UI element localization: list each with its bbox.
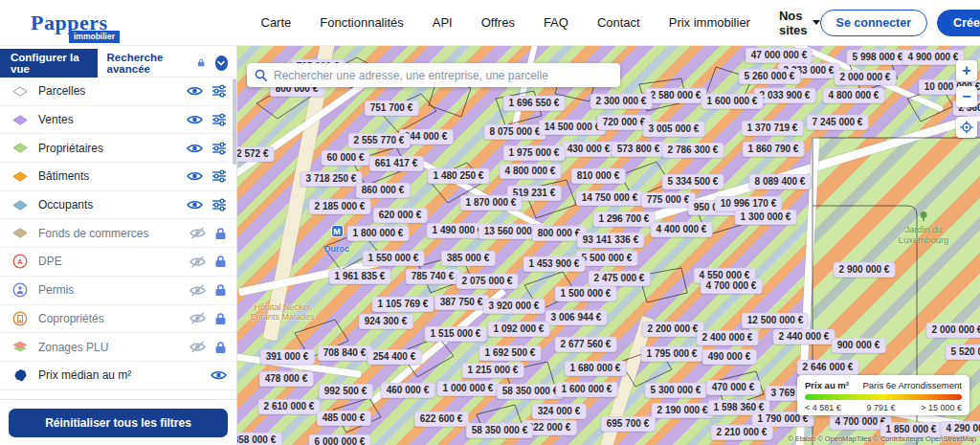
price-label[interactable]: 58 350 000 € (466, 423, 533, 438)
login-button[interactable]: Se connecter (820, 10, 928, 36)
price-label[interactable]: 2 475 000 € (589, 271, 651, 286)
price-label[interactable]: 58 350 000 € (497, 384, 564, 399)
toggle-visibility-button[interactable] (189, 256, 206, 268)
price-label[interactable]: 324 000 € (532, 404, 587, 419)
collapse-sidebar-button[interactable] (215, 56, 228, 71)
price-label[interactable]: 1 092 000 € (488, 322, 550, 337)
layer-filters-button[interactable] (212, 142, 227, 155)
price-label[interactable]: 4 400 000 € (651, 222, 713, 237)
layer-row[interactable]: Copropriétés (0, 305, 236, 334)
map-canvas[interactable]: M Duroc Hôpital Necker Enfants Malades J… (237, 46, 980, 445)
price-label[interactable]: 751 700 € (365, 100, 419, 116)
price-label[interactable]: 1 296 700 € (593, 211, 656, 227)
price-label[interactable]: 60 000 € (322, 150, 370, 166)
layer-filters-button[interactable] (212, 169, 227, 183)
price-label[interactable]: 1 105 769 € (372, 297, 434, 312)
price-label[interactable]: 2 677 560 € (555, 337, 617, 352)
price-label[interactable]: 6 000 000 € (309, 434, 371, 445)
price-label[interactable]: 485 000 € (317, 411, 371, 426)
price-label[interactable]: 1 600 000 € (702, 94, 764, 109)
price-label[interactable]: 470 000 € (706, 380, 761, 395)
price-label[interactable]: 4 900 000 € (902, 50, 965, 65)
price-label[interactable]: 14 500 000 € (539, 120, 606, 135)
toggle-visibility-button[interactable] (187, 199, 203, 211)
price-label[interactable]: 1 000 000 € (437, 381, 500, 396)
price-label[interactable]: 14 750 000 € (576, 190, 643, 206)
reset-filters-button[interactable]: Réinitialiser tous les filtres (9, 409, 228, 437)
pappers-logo[interactable]: Pappers immobilier (31, 11, 108, 35)
price-label[interactable]: 93 141 336 € (577, 233, 644, 248)
toggle-visibility-button[interactable] (189, 341, 206, 353)
price-label[interactable]: 1 480 250 € (428, 168, 490, 184)
price-label[interactable]: 47 000 000 € (746, 48, 813, 63)
price-label[interactable]: 5 334 500 € (662, 174, 724, 189)
price-label[interactable]: 4 800 000 € (823, 88, 885, 103)
price-label[interactable]: 254 400 € (368, 349, 422, 365)
price-label[interactable]: 387 750 € (434, 295, 489, 310)
price-label[interactable]: 2 900 000 € (834, 262, 896, 278)
price-label[interactable]: 4 800 000 € (500, 164, 562, 179)
price-label[interactable]: 1 215 000 € (462, 363, 524, 378)
price-label[interactable]: 478 000 € (259, 371, 314, 387)
nav-link[interactable]: API (433, 15, 453, 30)
layer-row[interactable]: Fonds de commerces (0, 219, 236, 248)
price-label[interactable]: 2 075 000 € (457, 274, 519, 289)
locked-feature-button[interactable] (214, 255, 227, 268)
price-label[interactable]: 8 089 400 € (749, 174, 812, 189)
nav-link[interactable]: Fonctionnalités (320, 15, 403, 30)
price-label[interactable]: 1 975 000 € (503, 145, 566, 161)
price-label[interactable]: 3 005 000 € (643, 122, 705, 137)
price-label[interactable]: 661 417 € (369, 156, 424, 171)
toggle-visibility-button[interactable] (187, 143, 203, 154)
locked-feature-button[interactable] (214, 312, 227, 325)
layer-row[interactable]: Bâtiments (0, 163, 236, 191)
price-label[interactable]: 2 190 000 € (652, 403, 714, 418)
price-label[interactable]: 1 680 000 € (565, 361, 627, 376)
price-label[interactable]: 1 696 550 € (503, 96, 566, 111)
price-label[interactable]: 1 370 719 € (742, 121, 804, 136)
price-label[interactable]: 1 692 500 € (479, 345, 542, 361)
locked-feature-button[interactable] (214, 341, 227, 354)
price-label[interactable]: 1 300 000 € (735, 210, 797, 225)
price-label[interactable]: 2 400 000 € (697, 330, 759, 345)
price-label[interactable]: 2 610 000 € (258, 399, 321, 414)
locate-button[interactable] (956, 117, 977, 138)
price-label[interactable]: 1 600 000 € (556, 382, 618, 397)
price-label[interactable]: 5 998 000 € (847, 50, 909, 65)
price-label[interactable]: 622 600 € (414, 412, 469, 427)
price-label[interactable]: 860 000 € (356, 183, 411, 198)
locked-feature-button[interactable] (214, 227, 227, 240)
toggle-visibility-button[interactable] (189, 312, 206, 324)
toggle-visibility-button[interactable] (189, 284, 206, 297)
price-label[interactable]: 5 260 000 € (739, 69, 801, 84)
toggle-visibility-button[interactable] (187, 170, 203, 182)
price-label[interactable]: 490 000 € (702, 349, 757, 365)
price-label[interactable]: 2 000 000 € (835, 70, 897, 85)
signup-button[interactable]: Créer un compte (937, 10, 980, 36)
tab-advanced-search[interactable]: Recherche avancée (98, 45, 215, 81)
price-label[interactable]: 7 245 000 € (807, 115, 869, 130)
layer-row[interactable]: Propriétaires (0, 134, 236, 163)
layer-row[interactable]: Occupants (0, 191, 236, 220)
price-label[interactable]: 62 572 € (237, 146, 274, 162)
price-label[interactable]: 1 515 000 € (425, 326, 487, 342)
nav-link[interactable]: FAQ (544, 15, 568, 30)
price-label[interactable]: 3 920 000 € (483, 299, 546, 314)
search-input[interactable] (274, 69, 612, 82)
locked-feature-button[interactable] (214, 283, 227, 297)
price-label[interactable]: 391 000 € (260, 349, 315, 365)
price-label[interactable]: 430 000 € (562, 142, 616, 157)
nav-link[interactable]: Prix immobilier (669, 15, 750, 30)
price-label[interactable]: 2 000 000 € (926, 323, 980, 338)
layer-filters-button[interactable] (212, 198, 227, 211)
zoom-out-button[interactable]: − (956, 86, 977, 107)
price-label[interactable]: 1 870 000 € (460, 195, 523, 211)
price-label[interactable]: 4 700 000 € (701, 278, 763, 294)
price-label[interactable]: 2 185 000 € (309, 199, 371, 214)
price-label[interactable]: 385 000 € (441, 251, 496, 266)
price-label[interactable]: 1 795 000 € (641, 346, 703, 362)
layer-row[interactable]: Zonages PLU (0, 333, 236, 362)
price-label[interactable]: 2 580 000 € (645, 88, 707, 103)
price-label[interactable]: 573 800 € (612, 142, 666, 157)
toggle-visibility-button[interactable] (189, 227, 206, 239)
